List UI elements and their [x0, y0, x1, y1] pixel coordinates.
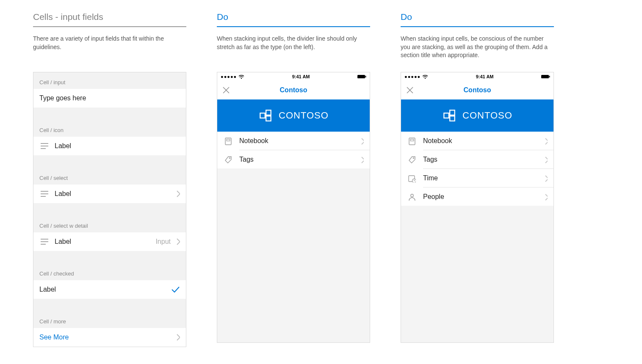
list-item-tag[interactable]: Tags — [217, 150, 370, 168]
column-title: Cells - input fields — [33, 12, 186, 27]
cell-select-label: Label — [55, 190, 71, 198]
spec-header-input: Cell / input — [33, 72, 186, 89]
spec-header-checked: Cell / checked — [33, 264, 186, 280]
tiles-icon — [442, 109, 457, 122]
phone-mock: ●●●●● 9:41 AM Contoso CONTOSO NotebookTa… — [401, 72, 554, 343]
wifi-icon — [422, 74, 428, 79]
chevron-right-icon — [174, 189, 180, 199]
list-item-people[interactable]: People — [401, 188, 553, 206]
brand-bar: CONTOSO — [401, 99, 553, 132]
list-item-label: People — [423, 193, 542, 201]
spec-header-select-detail: Cell / select w detail — [33, 216, 186, 232]
list-item-label: Tags — [239, 156, 359, 163]
status-bar: ●●●●● 9:41 AM — [217, 72, 370, 81]
list-item-label: Time — [423, 174, 542, 182]
nav-title: Contoso — [280, 86, 307, 94]
list: NotebookTagsTimePeople — [401, 132, 553, 206]
cell-input[interactable]: Type goes here — [33, 89, 186, 108]
cell-input-value: Type goes here — [39, 94, 86, 102]
list-item-notebook[interactable]: Notebook — [217, 132, 370, 150]
cell-checked-label: Label — [39, 286, 56, 293]
chevron-right-icon — [174, 333, 180, 342]
spec-header-icon: Cell / icon — [33, 120, 186, 137]
chevron-right-icon — [542, 137, 548, 145]
cell-see-more[interactable]: See More — [33, 328, 186, 347]
cell-select-detail-label: Label — [55, 238, 71, 245]
signal-dots-icon: ●●●●● — [221, 74, 237, 79]
cell-specimen-panel: Cell / input Type goes here Cell / icon … — [33, 72, 186, 347]
list-item-tag[interactable]: Tags — [401, 150, 553, 168]
spec-header-select: Cell / select — [33, 168, 186, 185]
battery-icon — [357, 74, 366, 79]
list-item-label: Notebook — [423, 137, 542, 145]
close-button[interactable] — [221, 85, 231, 95]
phone-mock: ●●●●● 9:41 AM Contoso CONTOSO NotebookTa… — [217, 72, 370, 343]
column-description: There are a variety of input fields that… — [33, 35, 186, 60]
close-button[interactable] — [405, 85, 415, 95]
notebook-icon — [223, 136, 232, 146]
wifi-icon — [238, 74, 244, 79]
list-item-label: Tags — [423, 156, 542, 163]
lines-icon — [39, 189, 50, 199]
cell-select[interactable]: Label — [33, 185, 186, 203]
lines-icon — [39, 237, 50, 247]
chevron-right-icon — [174, 237, 180, 246]
brand-label: CONTOSO — [279, 110, 329, 121]
battery-icon — [541, 74, 550, 79]
chevron-right-icon — [542, 174, 548, 182]
tiles-icon — [258, 109, 273, 122]
checkmark-icon — [171, 285, 180, 294]
cell-icon-label: Label — [55, 142, 71, 150]
signal-dots-icon: ●●●●● — [404, 74, 421, 79]
nav-bar: Contoso — [217, 81, 370, 99]
status-time: 9:41 AM — [476, 74, 494, 79]
column-description: When stacking input cells, be conscious … — [401, 35, 554, 60]
people-icon — [407, 192, 416, 201]
chevron-right-icon — [359, 137, 364, 145]
list-item-notebook[interactable]: Notebook — [401, 132, 553, 150]
cell-icon[interactable]: Label — [33, 137, 186, 155]
brand-bar: CONTOSO — [217, 99, 370, 132]
nav-title: Contoso — [464, 86, 491, 94]
column-do-1: Do When stacking input cells, the divide… — [217, 12, 370, 347]
column-description: When stacking input cells, the divider l… — [217, 35, 370, 60]
cell-checked[interactable]: Label — [33, 280, 186, 299]
status-bar: ●●●●● 9:41 AM — [401, 72, 553, 81]
list: NotebookTags — [217, 132, 370, 168]
chevron-right-icon — [542, 193, 548, 201]
column-title: Do — [217, 12, 370, 27]
tag-icon — [407, 155, 416, 164]
cell-more-label: See More — [39, 334, 69, 341]
notebook-icon — [407, 136, 416, 146]
column-cells-input-fields: Cells - input fields There are a variety… — [33, 12, 186, 347]
lines-icon — [39, 141, 50, 151]
spec-header-more: Cell / more — [33, 312, 186, 328]
list-item-label: Notebook — [239, 137, 359, 145]
column-title: Do — [401, 12, 554, 27]
list-item-time[interactable]: Time — [401, 169, 553, 187]
cell-select-detail[interactable]: Label Input — [33, 232, 186, 251]
chevron-right-icon — [542, 155, 548, 164]
column-do-2: Do When stacking input cells, be conscio… — [401, 12, 554, 347]
time-icon — [407, 174, 416, 183]
cell-select-detail-value: Input — [155, 238, 171, 245]
nav-bar: Contoso — [401, 81, 553, 99]
brand-label: CONTOSO — [462, 110, 512, 121]
chevron-right-icon — [359, 155, 364, 164]
status-time: 9:41 AM — [292, 74, 310, 79]
tag-icon — [223, 155, 232, 164]
